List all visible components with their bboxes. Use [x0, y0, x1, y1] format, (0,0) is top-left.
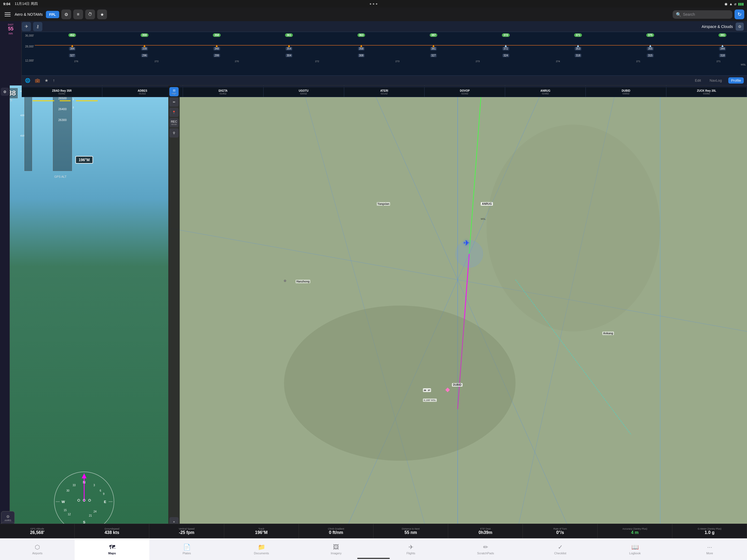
waypoint-ateri[interactable]: ATERI 0214Z: [344, 87, 374, 97]
alt-box-358: 358: [358, 47, 365, 51]
dist-panel: DIST 55 nm: [0, 21, 22, 85]
chart-pill-358: 358: [213, 33, 221, 37]
status-bar: 9:04 11月14日 周四 ● ● ● ◉ ▲ ⌀ ▮▮▮: [0, 0, 374, 8]
map-pin-button[interactable]: 📍: [170, 108, 179, 117]
altitude-tape: 26570 26500 26400 26300 0 1 2: [53, 89, 72, 171]
alt-label-36000: 36,000': [22, 34, 34, 37]
status-date: 11月14日 周四: [15, 1, 38, 6]
aero-notams-label: Aero & NOTAMs: [15, 12, 43, 17]
hanzhong-label: Hanzhong: [295, 280, 310, 280]
chart-pill-359: 359: [140, 33, 149, 37]
dist-label: DIST: [8, 23, 14, 26]
3d-view: 438 GS KTS 430 420 410 26570 26500 26400…: [0, 85, 168, 280]
heading-box: 196°M: [75, 156, 93, 164]
left-sidebar: ⚙: [0, 85, 10, 280]
alt-box-299: 299: [213, 54, 220, 57]
waypoint-zbad[interactable]: ZBAD Rwy 35R 0104Z: [22, 87, 102, 97]
map-filter-button[interactable]: ⊟ High: [170, 87, 179, 96]
map-rec-button[interactable]: REC 00:00: [170, 118, 179, 127]
airspace-toolbar: ✈ ⚷ Airspace & Clouds ⚙: [22, 21, 374, 32]
waypoint-ugotu[interactable]: UGOTU 0203Z: [263, 87, 344, 97]
timer-button[interactable]: ⏱: [85, 9, 95, 19]
alt-box-354: 354: [286, 47, 292, 51]
alt-box-296: 296: [141, 54, 148, 57]
action-bar: 🌐 💼 ★ ↑ Edit NavLog Profile: [22, 76, 374, 85]
share-icon[interactable]: ↑: [53, 78, 55, 83]
chart-pill-361: 361: [285, 33, 293, 37]
filter-icon: ⊟: [173, 89, 175, 92]
waypoint-bar: ZBAD Rwy 35R 0104Z ADBES 0132Z EKETA 014…: [22, 87, 374, 97]
star-icon[interactable]: ★: [45, 78, 48, 83]
globe-icon[interactable]: 🌐: [25, 78, 30, 83]
alt-box-308: 308: [358, 54, 365, 57]
alt-readout-26400: 26400: [53, 107, 72, 111]
bottom-alt-272b: 272: [315, 60, 319, 63]
bottom-alt-276: 276: [74, 60, 78, 63]
route-chart: 36,000' 28,000' 12,000' MSL 452 359 358 …: [22, 32, 374, 75]
chart-pill-452: 452: [69, 33, 76, 37]
route-icon: ⚲: [173, 131, 175, 135]
horizon-center: [60, 100, 71, 101]
nav-bar: Aero & NOTAMs FPL ⚙ ≡ ⏱ ★ 🔍 ↻: [0, 8, 374, 21]
alt-box-327: 327: [69, 54, 76, 57]
bottom-alt-272: 272: [154, 60, 158, 63]
pencil-icon: ✏: [173, 100, 175, 104]
horizon-right: [76, 100, 98, 101]
horizon-left: [32, 100, 54, 101]
settings-sidebar-button[interactable]: ⚙: [1, 88, 9, 96]
svg-rect-2: [5, 16, 10, 17]
chart-pill-363: 363: [358, 33, 365, 37]
rec-label: REC: [171, 120, 177, 123]
alt-box-304: 304: [286, 54, 292, 57]
alt-box-348: 348: [213, 47, 220, 51]
map-route-button[interactable]: ⚲: [170, 128, 179, 138]
alt-label-12000: 12,000': [22, 59, 34, 62]
map-pencil-button[interactable]: ✏: [170, 98, 179, 107]
bag-icon[interactable]: 💼: [35, 78, 40, 83]
flight-strip: ✈ ⚷ Airspace & Clouds ⚙ 36,000' 28,000' …: [22, 21, 374, 97]
bottom-alt-270: 270: [235, 60, 239, 63]
bookmark-button[interactable]: ★: [97, 9, 107, 19]
route-key-button[interactable]: ⚷: [33, 22, 42, 31]
map-toolbar: ⊟ High ✏ 📍 REC 00:00 ⚲ + -: [168, 85, 180, 280]
alt-box-339: 339: [141, 47, 148, 51]
dist-unit: nm: [9, 32, 13, 35]
alt-label-28000: 28,000': [22, 45, 34, 48]
svg-rect-0: [5, 12, 10, 13]
menu-button[interactable]: [3, 9, 12, 19]
speed-tape: 430 420 410: [24, 89, 32, 171]
alt-readout-26300: 26300: [53, 118, 72, 122]
waypoint-eketa[interactable]: EKETA 0145Z: [183, 87, 263, 97]
svg-rect-1: [5, 14, 10, 15]
hud-overlay: 438 GS KTS 430 420 410 26570 26500 26400…: [0, 85, 168, 280]
alt-box-384: 384: [69, 47, 76, 51]
layers-button[interactable]: ≡: [73, 9, 83, 19]
pin-icon: 📍: [172, 111, 176, 114]
status-time: 9:04: [3, 2, 10, 6]
dist-value: 55: [8, 26, 13, 32]
settings-button[interactable]: ⚙: [61, 9, 71, 19]
gps-alt-label: GPS ALT: [54, 175, 67, 178]
fpl-button[interactable]: FPL: [46, 11, 59, 18]
airplane-mode-button[interactable]: ✈: [22, 22, 31, 31]
